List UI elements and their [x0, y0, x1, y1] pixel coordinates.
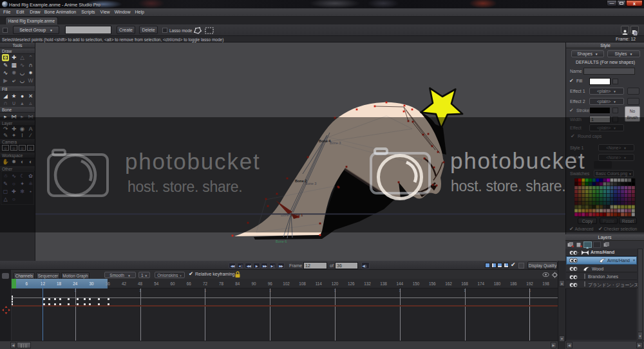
svg-text:host. store. share.: host. store. share.: [128, 178, 242, 195]
svg-text:host. store. share.: host. store. share.: [451, 178, 565, 194]
svg-text:photobucket: photobucket: [125, 149, 261, 174]
svg-text:photobucket: photobucket: [450, 148, 586, 173]
